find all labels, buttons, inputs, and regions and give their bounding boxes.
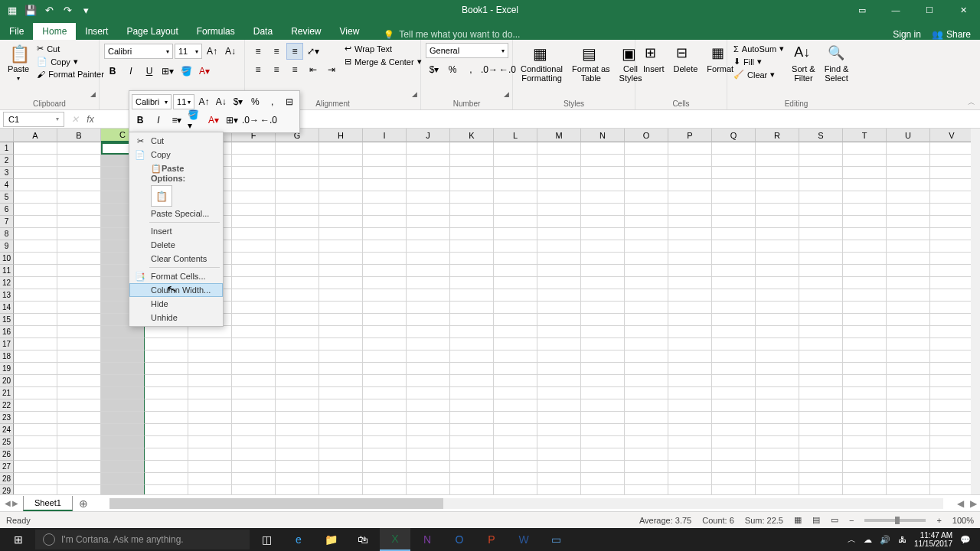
cell-U15[interactable] <box>887 314 930 326</box>
sheet-nav-next-icon[interactable]: ▶ <box>12 499 18 507</box>
cell-V28[interactable] <box>930 473 974 485</box>
cell-E20[interactable] <box>188 375 232 387</box>
zoom-in-icon[interactable]: + <box>936 516 941 525</box>
cell-P19[interactable] <box>668 363 712 375</box>
cell-Q4[interactable] <box>712 179 756 191</box>
cell-O23[interactable] <box>625 412 668 424</box>
cell-M17[interactable] <box>537 338 581 350</box>
undo-icon[interactable]: ↶ <box>43 4 55 16</box>
cell-P5[interactable] <box>668 191 712 204</box>
tab-data[interactable]: Data <box>244 23 282 40</box>
cell-R24[interactable] <box>756 424 799 436</box>
hscroll-right-icon[interactable]: ▶ <box>967 498 980 509</box>
find-select-button[interactable]: 🔍Find & Select <box>822 43 852 84</box>
column-header-O[interactable]: O <box>625 129 668 142</box>
mini-fill-color-icon[interactable]: 🪣▾ <box>187 112 204 129</box>
tab-page-layout[interactable]: Page Layout <box>117 23 187 40</box>
bold-button[interactable]: B <box>104 63 121 80</box>
cell-D27[interactable] <box>145 461 188 473</box>
row-header-2[interactable]: 2 <box>0 155 14 167</box>
decrease-font-icon[interactable]: A↓ <box>222 43 239 60</box>
cell-R10[interactable] <box>756 253 799 265</box>
cell-T29[interactable] <box>843 485 887 494</box>
cell-K8[interactable] <box>450 228 494 240</box>
mini-format-painter-icon[interactable]: ⊟ <box>282 93 297 110</box>
cell-R1[interactable] <box>756 142 799 155</box>
cell-I28[interactable] <box>363 473 407 485</box>
cell-T10[interactable] <box>843 253 887 265</box>
cell-I17[interactable] <box>363 338 407 350</box>
cell-Q9[interactable] <box>712 240 756 253</box>
row-header-24[interactable]: 24 <box>0 424 14 436</box>
cell-K14[interactable] <box>450 302 494 314</box>
cell-O13[interactable] <box>625 289 668 302</box>
cell-O4[interactable] <box>625 179 668 191</box>
cell-C22[interactable] <box>101 399 145 412</box>
cell-Q20[interactable] <box>712 375 756 387</box>
cell-A24[interactable] <box>14 424 57 436</box>
cell-O16[interactable] <box>625 326 668 338</box>
cell-V29[interactable] <box>930 485 974 494</box>
cell-R6[interactable] <box>756 204 799 216</box>
row-header-5[interactable]: 5 <box>0 191 14 204</box>
cell-O27[interactable] <box>625 461 668 473</box>
cell-D16[interactable] <box>145 326 188 338</box>
mini-decrease-font-icon[interactable]: A↓ <box>214 93 229 110</box>
start-button[interactable]: ⊞ <box>3 528 34 551</box>
cell-B9[interactable] <box>57 240 101 253</box>
cell-V12[interactable] <box>930 277 974 289</box>
cell-G14[interactable] <box>276 302 319 314</box>
cell-T23[interactable] <box>843 412 887 424</box>
view-page-layout-icon[interactable]: ▤ <box>812 515 820 525</box>
zoom-level[interactable]: 100% <box>952 516 974 525</box>
cell-G28[interactable] <box>276 473 319 485</box>
cell-J22[interactable] <box>407 399 450 412</box>
cell-O14[interactable] <box>625 302 668 314</box>
cell-C19[interactable] <box>101 363 145 375</box>
format-as-table-button[interactable]: ▤Format as Table <box>569 43 613 84</box>
cell-V1[interactable] <box>930 142 974 155</box>
cell-H5[interactable] <box>319 191 363 204</box>
tell-me-search[interactable]: Tell me what you want to do... <box>384 29 520 40</box>
cell-T14[interactable] <box>843 302 887 314</box>
cell-Q1[interactable] <box>712 142 756 155</box>
ctx-unhide[interactable]: Unhide <box>129 311 223 324</box>
cell-Q14[interactable] <box>712 302 756 314</box>
cell-C26[interactable] <box>101 448 145 461</box>
cell-T28[interactable] <box>843 473 887 485</box>
cell-N21[interactable] <box>581 387 625 399</box>
cell-H14[interactable] <box>319 302 363 314</box>
cell-P26[interactable] <box>668 448 712 461</box>
row-header-1[interactable]: 1 <box>0 142 14 155</box>
cell-D17[interactable] <box>145 338 188 350</box>
cell-C23[interactable] <box>101 412 145 424</box>
cell-P25[interactable] <box>668 436 712 448</box>
cell-G27[interactable] <box>276 461 319 473</box>
cell-O15[interactable] <box>625 314 668 326</box>
cell-N2[interactable] <box>581 155 625 167</box>
cell-E23[interactable] <box>188 412 232 424</box>
cell-O5[interactable] <box>625 191 668 204</box>
cell-P10[interactable] <box>668 253 712 265</box>
cell-F23[interactable] <box>232 412 276 424</box>
cell-R28[interactable] <box>756 473 799 485</box>
cell-P28[interactable] <box>668 473 712 485</box>
cell-N4[interactable] <box>581 179 625 191</box>
cell-J1[interactable] <box>407 142 450 155</box>
cell-F19[interactable] <box>232 363 276 375</box>
cell-Q6[interactable] <box>712 204 756 216</box>
ctx-paste-special[interactable]: Paste Special... <box>129 207 223 220</box>
cell-N23[interactable] <box>581 412 625 424</box>
cell-T11[interactable] <box>843 265 887 277</box>
cell-P2[interactable] <box>668 155 712 167</box>
cell-I16[interactable] <box>363 326 407 338</box>
cell-B25[interactable] <box>57 436 101 448</box>
cell-U26[interactable] <box>887 448 930 461</box>
column-header-K[interactable]: K <box>450 129 494 142</box>
cell-N14[interactable] <box>581 302 625 314</box>
cell-L5[interactable] <box>494 191 537 204</box>
cell-N3[interactable] <box>581 167 625 179</box>
cell-T5[interactable] <box>843 191 887 204</box>
cell-F7[interactable] <box>232 216 276 228</box>
cell-N20[interactable] <box>581 375 625 387</box>
